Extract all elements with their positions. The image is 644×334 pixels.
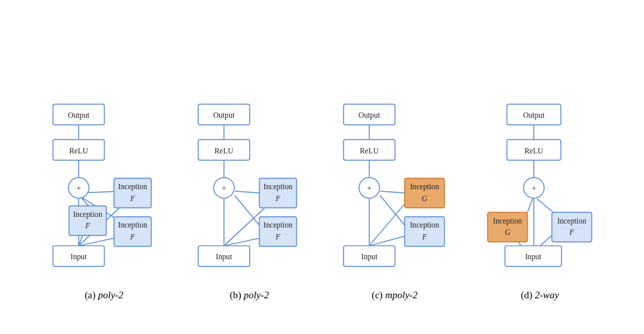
caption-a: (a) poly-2 [85,290,124,301]
output-label-a: Output [67,111,89,120]
diagram-d: Input + ReLU Output Inception G Inceptio… [468,46,613,301]
svg-line-37 [369,236,405,246]
inception-f-topright-a: Inception [118,183,147,191]
svg-line-39 [380,196,404,226]
inception-f-bot-label-c: F [421,233,427,241]
caption-text-d: 2-way [535,290,559,300]
input-label-a: Input [70,253,87,261]
svg-line-54 [527,199,532,212]
caption-b: (b) poly-2 [230,290,269,301]
plus-d: + [531,185,536,193]
input-label-c: Input [361,253,377,261]
inception-f-left-label-a: F [85,222,90,230]
inception-f-bot-c: Inception [410,221,439,230]
svg-line-38 [380,191,404,193]
inception-g-left-d: Inception [493,217,522,226]
caption-prefix-c: (c) [372,290,385,300]
diagram-c-svg: Input + ReLU Output Inception G Inceptio… [329,46,461,284]
inception-g-top-c: Inception [410,183,439,191]
output-label-d: Output [523,111,545,120]
diagrams-container: Input + ReLU Output Inception F Inceptio… [0,33,644,301]
inception-f-bottomright-a: Inception [118,221,147,230]
diagram-d-svg: Input + ReLU Output Inception G Inceptio… [474,46,606,284]
caption-c: (c) mpoly-2 [372,290,418,301]
inception-g-left-label-d: G [505,228,511,237]
inception-f-right-d: Inception [557,217,586,226]
input-label-b: Input [215,253,232,261]
output-label-c: Output [358,111,380,120]
caption-prefix-a: (a) [85,290,98,300]
inception-f-top-b: Inception [263,183,292,191]
caption-text-b: poly-2 [244,290,269,300]
diagram-b: Input + ReLU Output Inception F Inceptio… [177,46,322,301]
inception-f-left-a: Inception [73,210,102,219]
relu-label-c: ReLU [359,147,378,155]
caption-prefix-d: (d) [521,290,535,300]
inception-f-bot-b: Inception [263,221,292,230]
inception-g-top-label-c: G [421,194,427,203]
caption-d: (d) 2-way [521,290,559,301]
diagram-a-svg: Input + ReLU Output Inception F Inceptio… [38,46,170,284]
caption-prefix-b: (b) [230,290,244,300]
output-label-b: Output [213,111,234,120]
caption-text-a: poly-2 [98,290,124,300]
plus-a: + [76,185,81,193]
diagram-c: Input + ReLU Output Inception G Inceptio… [322,46,468,301]
plus-c: + [367,185,371,193]
relu-label-d: ReLU [524,147,544,155]
inception-f-bottomright-label-a: F [129,233,135,241]
plus-b: + [221,185,226,193]
input-label-d: Input [524,253,541,261]
svg-line-55 [537,199,553,212]
caption-text-c: mpoly-2 [385,290,417,300]
inception-f-topright-label-a: F [129,194,135,203]
svg-line-23 [234,196,259,226]
diagram-a: Input + ReLU Output Inception F Inceptio… [32,46,177,301]
inception-f-right-label-d: F [569,228,575,237]
svg-line-36 [369,204,405,245]
inception-f-bot-label-b: F [275,233,281,241]
diagram-b-svg: Input + ReLU Output Inception F Inceptio… [184,46,316,284]
relu-label-b: ReLU [214,147,233,155]
relu-label-a: ReLU [69,147,88,155]
svg-line-22 [234,191,259,193]
inception-f-top-label-b: F [275,194,281,203]
